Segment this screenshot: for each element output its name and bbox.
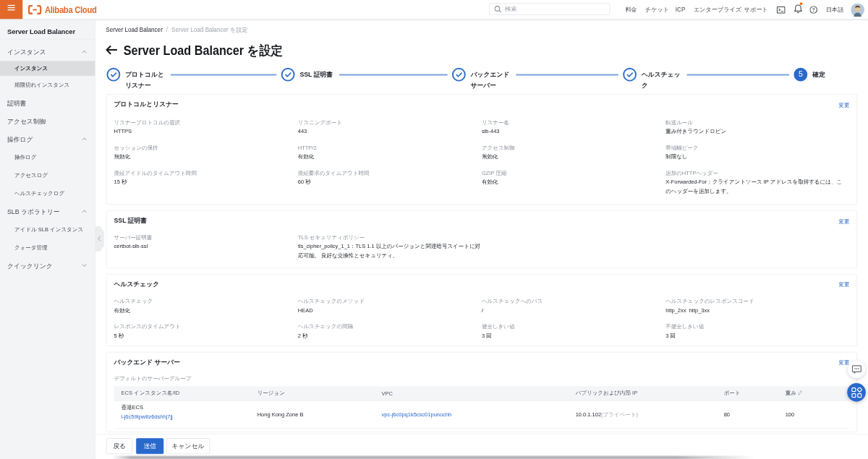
svg-text:?: ? [812,7,815,12]
